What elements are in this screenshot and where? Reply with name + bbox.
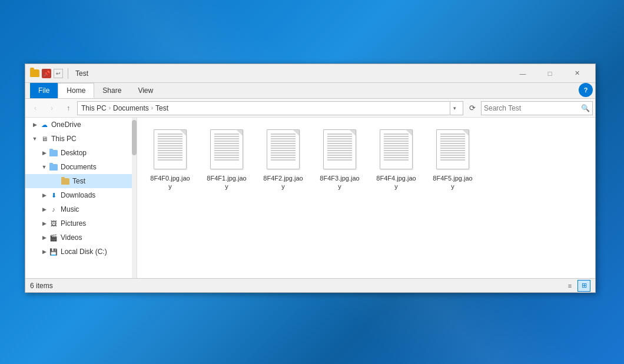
cloud-icon: ☁: [39, 120, 49, 129]
sidebar-item-local-disk[interactable]: ▶ 💾 Local Disk (C:): [25, 245, 137, 259]
details-view-button[interactable]: ≡: [563, 280, 576, 292]
forward-button[interactable]: ›: [44, 101, 59, 116]
ribbon-tabs: File Home Share View: [25, 83, 161, 98]
breadcrumb-arrow-2: ›: [151, 105, 153, 111]
sidebar-label-documents: Documents: [61, 163, 97, 171]
window-controls: — □ ✕: [509, 64, 590, 83]
doc-fold: [237, 130, 243, 136]
expand-icon-pictures[interactable]: ▶: [39, 219, 49, 228]
sidebar-item-downloads[interactable]: ▶ ⬇ Downloads: [25, 188, 137, 202]
tab-home[interactable]: Home: [58, 83, 94, 98]
sidebar-label-desktop: Desktop: [61, 149, 87, 157]
breadcrumb-documents[interactable]: Documents: [113, 104, 149, 112]
breadcrumb-this-pc[interactable]: This PC: [81, 104, 107, 112]
sidebar-label-local-disk: Local Disk (C:): [61, 248, 107, 256]
sidebar-label-pictures: Pictures: [61, 219, 86, 228]
folder-documents-icon: [49, 162, 58, 172]
sidebar-scrollbar[interactable]: [132, 118, 137, 278]
status-bar: 6 items ≡ ⊞: [25, 278, 595, 292]
breadcrumb[interactable]: This PC › Documents › Test ▾: [77, 101, 463, 115]
title-bar-icons: 📌 ↩: [30, 68, 71, 79]
sidebar-label-this-pc: This PC: [51, 135, 77, 143]
sidebar-label-music: Music: [61, 205, 79, 213]
breadcrumb-arrow-1: ›: [109, 105, 111, 111]
ribbon-tabs-row: File Home Share View ?: [25, 83, 595, 98]
sidebar-item-this-pc[interactable]: ▼ 🖥 This PC: [25, 132, 137, 146]
breadcrumb-test[interactable]: Test: [155, 104, 168, 112]
pin-icon: 📌: [42, 69, 51, 78]
expand-icon-desktop[interactable]: ▶: [39, 148, 49, 158]
file-item-f0[interactable]: 8F4F0.jpg.jaoy: [147, 127, 194, 193]
doc-fold: [350, 130, 356, 136]
breadcrumb-dropdown[interactable]: ▾: [450, 101, 459, 115]
expand-icon-test: [51, 176, 61, 186]
file-name: 8F4F5.jpg.jaoy: [432, 174, 474, 191]
file-item-f2[interactable]: 8F4F2.jpg.jaoy: [260, 127, 307, 193]
help-button[interactable]: ?: [579, 83, 593, 97]
main-content: ▶ ☁ OneDrive ▼ 🖥 This PC ▶ Desktop ▼ Doc…: [25, 118, 595, 278]
pictures-icon: 🖼: [49, 219, 58, 228]
search-icon: 🔍: [581, 104, 590, 112]
tab-share[interactable]: Share: [94, 83, 130, 98]
search-input[interactable]: [484, 104, 581, 112]
file-icon: [377, 129, 415, 172]
expand-icon-videos[interactable]: ▶: [39, 233, 49, 242]
doc-fold: [463, 130, 469, 136]
expand-icon-music[interactable]: ▶: [39, 205, 49, 214]
search-box[interactable]: 🔍: [481, 101, 593, 115]
sidebar-label-videos: Videos: [61, 233, 82, 242]
file-area: 8F4F0.jpg.jaoy 8F4F1.jpg.jaoy 8F4F2.jpg.…: [137, 118, 595, 278]
tab-view[interactable]: View: [130, 83, 161, 98]
expand-icon-local-disk[interactable]: ▶: [39, 247, 49, 256]
sidebar-item-test[interactable]: Test: [25, 174, 137, 188]
file-icon: [208, 129, 245, 172]
sidebar-item-onedrive[interactable]: ▶ ☁ OneDrive: [25, 118, 137, 132]
minimize-button[interactable]: —: [509, 64, 536, 83]
folder-desktop-icon: [49, 148, 58, 158]
sidebar-label-downloads: Downloads: [61, 191, 95, 199]
large-icons-view-button[interactable]: ⊞: [577, 280, 590, 292]
folder-test-icon: [61, 176, 70, 186]
file-icon: [321, 129, 359, 172]
doc-page: [154, 129, 187, 169]
tab-file[interactable]: File: [30, 83, 58, 98]
sidebar-item-desktop[interactable]: ▶ Desktop: [25, 146, 137, 160]
expand-icon-this-pc[interactable]: ▼: [30, 134, 39, 143]
doc-page: [323, 129, 356, 169]
refresh-button[interactable]: ⟳: [464, 101, 480, 116]
undo-icon[interactable]: ↩: [54, 69, 63, 78]
sidebar-scroll-thumb: [132, 120, 137, 155]
file-item-f5[interactable]: 8F4F5.jpg.jaoy: [429, 127, 476, 193]
doc-page: [267, 129, 300, 169]
status-item-count: 6 items: [30, 282, 563, 290]
explorer-window: 📌 ↩ Test — □ ✕ File Home Share View ? ‹ …: [25, 64, 596, 293]
address-bar: ‹ › ↑ This PC › Documents › Test ▾ ⟳ 🔍: [25, 99, 595, 118]
file-item-f4[interactable]: 8F4F4.jpg.jaoy: [373, 127, 420, 193]
file-item-f3[interactable]: 8F4F3.jpg.jaoy: [316, 127, 363, 193]
file-name: 8F4F4.jpg.jaoy: [375, 174, 417, 191]
close-button[interactable]: ✕: [563, 64, 590, 83]
file-item-f1[interactable]: 8F4F1.jpg.jaoy: [203, 127, 250, 193]
file-name: 8F4F1.jpg.jaoy: [205, 174, 248, 191]
file-name: 8F4F3.jpg.jaoy: [318, 174, 361, 191]
expand-icon[interactable]: ▶: [30, 120, 39, 129]
title-bar: 📌 ↩ Test — □ ✕: [25, 64, 595, 83]
sidebar-item-pictures[interactable]: ▶ 🖼 Pictures: [25, 216, 137, 231]
back-button[interactable]: ‹: [28, 101, 43, 116]
sidebar-item-videos[interactable]: ▶ 🎬 Videos: [25, 231, 137, 245]
view-buttons: ≡ ⊞: [563, 280, 590, 292]
maximize-button[interactable]: □: [536, 64, 563, 83]
music-icon: ♪: [49, 205, 58, 214]
doc-page: [380, 129, 413, 169]
sidebar-label-test: Test: [72, 177, 85, 185]
sidebar-item-documents[interactable]: ▼ Documents: [25, 160, 137, 174]
sidebar-label-onedrive: OneDrive: [51, 121, 81, 129]
doc-fold: [406, 130, 412, 136]
sidebar: ▶ ☁ OneDrive ▼ 🖥 This PC ▶ Desktop ▼ Doc…: [25, 118, 137, 278]
expand-icon-downloads[interactable]: ▶: [39, 191, 49, 200]
file-name: 8F4F2.jpg.jaoy: [262, 174, 304, 191]
expand-icon-documents[interactable]: ▼: [39, 162, 49, 172]
file-name: 8F4F0.jpg.jaoy: [149, 174, 191, 191]
up-button[interactable]: ↑: [61, 101, 76, 116]
sidebar-item-music[interactable]: ▶ ♪ Music: [25, 202, 137, 216]
